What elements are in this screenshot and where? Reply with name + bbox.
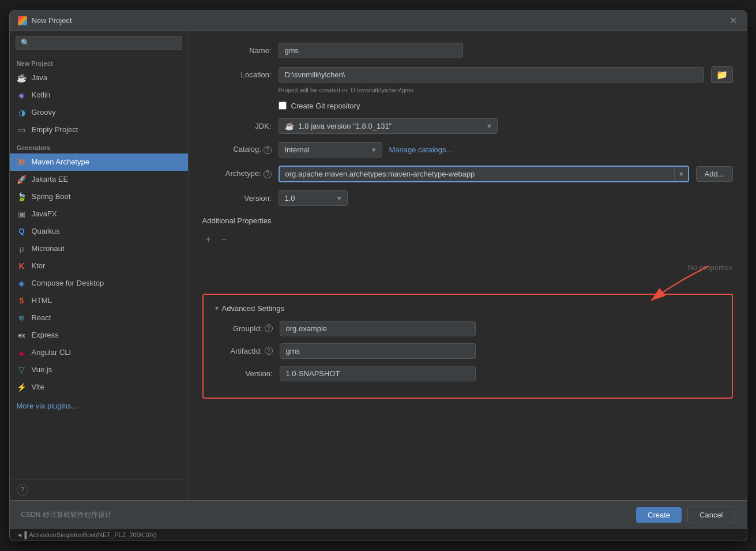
version-label: Version: [202, 194, 272, 203]
catalog-label: Catalog: ? [202, 145, 272, 154]
advanced-version-input[interactable] [280, 366, 476, 381]
angular-icon: ▲ [17, 347, 27, 358]
java-icon: ☕ [17, 73, 27, 83]
vue-icon: ▽ [17, 365, 27, 375]
main-content: 🔍 New Project ☕ Java ◈ Kotlin ◑ Groovy ▭… [10, 31, 747, 500]
advanced-version-row: Version: [215, 366, 720, 381]
sidebar-item-javafx[interactable]: ▣ JavaFX [10, 205, 188, 223]
javafx-icon: ▣ [17, 209, 27, 219]
sidebar-item-label-empty: Empty Project [32, 125, 78, 134]
sidebar-item-express[interactable]: ex Express [10, 327, 188, 344]
add-property-button[interactable]: + [202, 233, 215, 246]
title-bar-left: New Project [18, 16, 72, 25]
location-input[interactable] [279, 67, 704, 83]
sidebar-item-label-groovy: Groovy [32, 108, 56, 117]
group-id-row: GroupId: ? [215, 321, 720, 336]
search-icon: 🔍 [21, 39, 29, 47]
catalog-value: Internal [285, 145, 310, 154]
cancel-button[interactable]: Cancel [687, 507, 735, 523]
groovy-icon: ◑ [17, 107, 27, 118]
watermark-text: CSDN @计算机软件程序设计 [21, 510, 112, 520]
sidebar-item-vue[interactable]: ▽ Vue.js [10, 361, 188, 378]
sidebar-item-compose[interactable]: ◈ Compose for Desktop [10, 275, 188, 292]
react-icon: ⚛ [17, 313, 27, 323]
chevron-down-icon: ▾ [215, 304, 219, 312]
sidebar-item-quarkus[interactable]: Q Quarkus [10, 223, 188, 240]
search-input-wrap[interactable]: 🔍 [16, 36, 182, 50]
app-icon [18, 16, 27, 25]
sidebar-item-react[interactable]: ⚛ React [10, 309, 188, 327]
advanced-settings-title: Advanced Settings [222, 304, 284, 313]
sidebar-item-groovy[interactable]: ◑ Groovy [10, 104, 188, 121]
sidebar-item-vite[interactable]: ⚡ Vite [10, 378, 188, 396]
sidebar-item-java[interactable]: ☕ Java [10, 69, 188, 87]
add-archetype-button[interactable]: Add... [696, 166, 733, 182]
version-dropdown-arrow: ▾ [337, 194, 341, 203]
sidebar-item-maven[interactable]: M Maven Archetype [10, 153, 188, 171]
git-checkbox[interactable] [279, 102, 287, 110]
dialog-title: New Project [32, 16, 72, 25]
sidebar-item-label-express: Express [32, 331, 59, 339]
archetype-dropdown-arrow[interactable]: ▾ [674, 167, 688, 181]
location-label: Location: [202, 70, 272, 79]
jdk-value: 1.8 java version "1.8.0_131" [299, 122, 392, 130]
generators-section-label: Generators [10, 138, 188, 153]
sidebar-item-empty[interactable]: ▭ Empty Project [10, 121, 188, 138]
html-icon: 5 [17, 295, 27, 306]
sidebar-item-label-compose: Compose for Desktop [32, 279, 104, 287]
advanced-settings-section: ▾ Advanced Settings GroupId: ? ArtifactI… [202, 294, 733, 399]
group-id-label: GroupId: ? [215, 324, 273, 333]
sidebar-item-jakarta[interactable]: 🚀 Jakarta EE [10, 171, 188, 188]
sidebar-item-label-jakarta: Jakarta EE [32, 175, 69, 183]
sidebar-item-label-angular: Angular CLI [32, 348, 72, 357]
new-project-dialog: New Project ✕ 🔍 New Project ☕ Java ◈ Kot… [9, 10, 747, 541]
more-plugins-link[interactable]: More via plugins... [10, 396, 188, 416]
sidebar-item-label-spring: Spring Boot [32, 192, 71, 201]
sidebar-item-label-quarkus: Quarkus [32, 227, 60, 235]
advanced-version-label: Version: [215, 369, 273, 378]
sidebar-item-label-vue: Vue.js [32, 365, 52, 374]
remove-property-button[interactable]: − [218, 233, 230, 246]
group-id-help-icon[interactable]: ? [265, 324, 273, 332]
artifact-id-label: ArtifactId: ? [215, 347, 273, 355]
quarkus-icon: Q [17, 226, 27, 237]
search-input[interactable] [33, 39, 177, 47]
jdk-icon: ☕ [285, 122, 294, 130]
sidebar-item-html[interactable]: 5 HTML [10, 292, 188, 309]
browse-folder-button[interactable]: 📁 [711, 66, 733, 83]
archetype-help-icon[interactable]: ? [264, 170, 272, 178]
group-id-input[interactable] [280, 321, 476, 336]
git-checkbox-label[interactable]: Create Git repository [291, 102, 360, 110]
archetype-input[interactable] [280, 167, 674, 181]
sidebar-item-micronaut[interactable]: μ Micronaut [10, 240, 188, 257]
jdk-dropdown-arrow: ▾ [487, 122, 491, 130]
sidebar-item-label-maven: Maven Archetype [32, 158, 89, 166]
sidebar-item-spring[interactable]: 🍃 Spring Boot [10, 188, 188, 205]
catalog-select[interactable]: Internal ▾ [279, 142, 382, 158]
new-project-section-label: New Project [10, 55, 188, 69]
help-button[interactable]: ? [17, 484, 28, 496]
version-value: 1.0 [285, 194, 295, 203]
jdk-select[interactable]: ☕ 1.8 java version "1.8.0_131" ▾ [279, 118, 498, 134]
jakarta-icon: 🚀 [17, 174, 27, 185]
sidebar-item-label-vite: Vite [32, 383, 44, 391]
sidebar-item-ktor[interactable]: K Ktor [10, 257, 188, 275]
catalog-help-icon[interactable]: ? [264, 146, 272, 154]
advanced-settings-header[interactable]: ▾ Advanced Settings [215, 304, 720, 313]
sidebar-item-kotlin[interactable]: ◈ Kotlin [10, 87, 188, 104]
title-bar: New Project ✕ [10, 11, 747, 31]
manage-catalogs-link[interactable]: Manage catalogs... [389, 145, 453, 154]
close-button[interactable]: ✕ [728, 16, 739, 26]
create-button[interactable]: Create [636, 507, 682, 523]
name-input[interactable] [279, 43, 463, 58]
artifact-id-help-icon[interactable]: ? [265, 347, 273, 355]
artifact-id-input[interactable] [280, 343, 476, 359]
version-select[interactable]: 1.0 ▾ [279, 190, 348, 206]
sidebar-footer: ? [10, 479, 188, 500]
sidebar-item-angular[interactable]: ▲ Angular CLI [10, 344, 188, 361]
vite-icon: ⚡ [17, 382, 27, 392]
jdk-label: JDK: [202, 122, 272, 130]
sidebar-item-label-micronaut: Micronaut [32, 244, 65, 253]
empty-icon: ▭ [17, 125, 27, 135]
compose-icon: ◈ [17, 278, 27, 288]
